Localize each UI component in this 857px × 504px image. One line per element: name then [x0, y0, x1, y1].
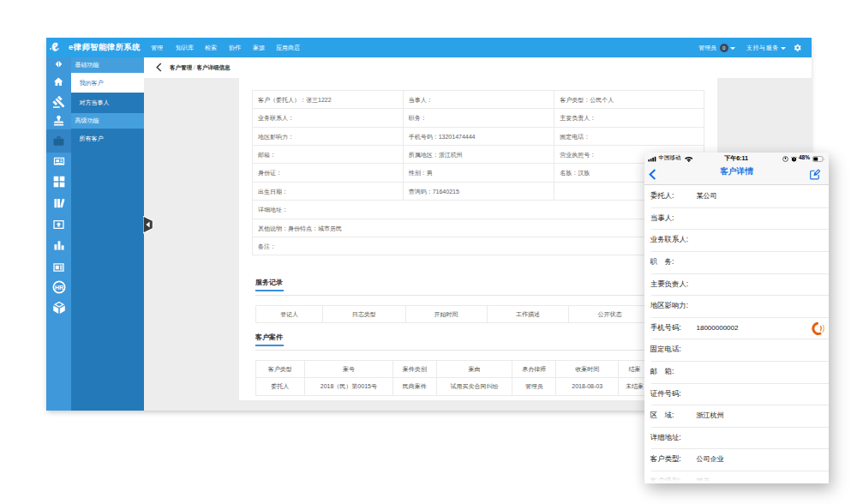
svg-text:HR: HR	[54, 284, 63, 290]
